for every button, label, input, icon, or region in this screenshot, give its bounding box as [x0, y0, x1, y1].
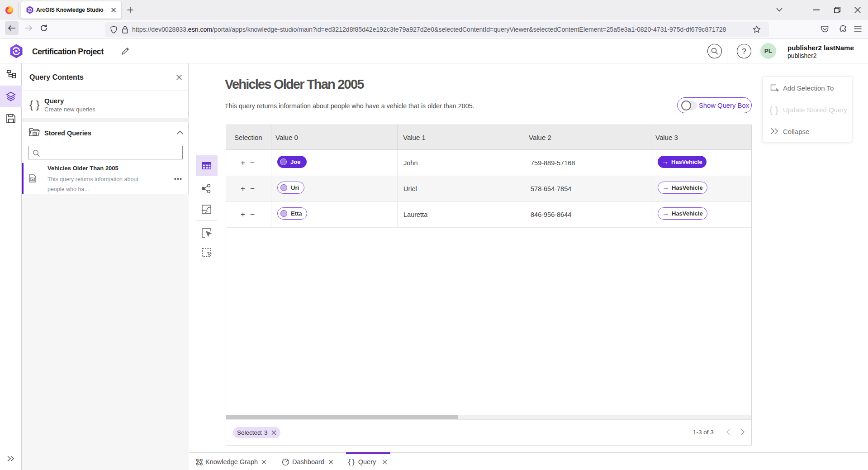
svg-text:{ }: { } — [29, 98, 39, 110]
svg-text:?: ? — [742, 47, 746, 56]
svg-text:{ }: { } — [769, 105, 778, 115]
